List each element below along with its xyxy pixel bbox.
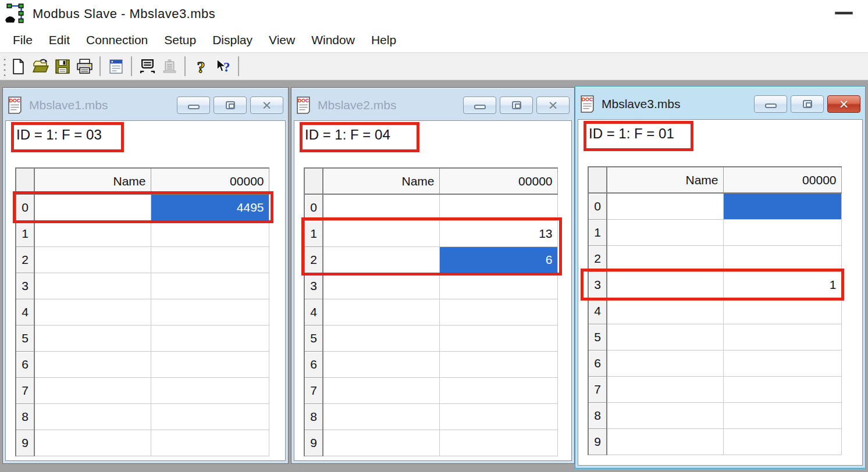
menu-window[interactable]: Window (303, 31, 363, 49)
value-cell[interactable]: 6 (439, 246, 557, 273)
minimize-button[interactable] (177, 96, 210, 114)
name-cell[interactable] (323, 325, 439, 351)
value-cell[interactable] (723, 350, 841, 376)
maximize-button[interactable] (791, 95, 824, 113)
name-cell[interactable] (607, 350, 723, 376)
menu-file[interactable]: File (5, 31, 41, 49)
row-header[interactable]: 0 (304, 194, 323, 220)
name-cell[interactable] (323, 246, 439, 273)
print-button[interactable] (74, 56, 95, 77)
row-header[interactable]: 3 (304, 273, 323, 299)
row-header[interactable]: 3 (588, 271, 607, 298)
row-header[interactable]: 2 (304, 246, 323, 273)
value-cell[interactable] (723, 428, 841, 455)
row-header[interactable]: 4 (16, 299, 34, 325)
value-cell[interactable] (723, 376, 841, 402)
value-cell[interactable]: 13 (439, 220, 557, 246)
value-cell[interactable] (723, 245, 841, 271)
value-cell[interactable] (151, 430, 269, 456)
row-header[interactable]: 9 (588, 428, 607, 455)
context-help-button[interactable]: ? (212, 56, 233, 77)
name-cell[interactable] (607, 428, 723, 455)
value-cell[interactable] (723, 298, 841, 324)
save-file-button[interactable] (52, 56, 73, 77)
row-header[interactable]: 0 (16, 194, 34, 220)
value-cell[interactable] (439, 299, 557, 325)
help-button[interactable]: ? (190, 56, 211, 77)
row-header[interactable]: 8 (16, 403, 34, 430)
value-cell[interactable] (151, 325, 269, 351)
value-cell[interactable] (723, 219, 841, 245)
row-header[interactable]: 2 (588, 245, 607, 271)
row-header[interactable]: 4 (588, 298, 607, 324)
value-cell[interactable] (439, 351, 557, 377)
name-cell[interactable] (323, 403, 439, 430)
name-cell[interactable] (34, 220, 151, 246)
row-header[interactable]: 6 (304, 351, 323, 377)
name-cell[interactable] (607, 193, 723, 219)
row-header[interactable]: 2 (16, 246, 34, 273)
child-titlebar[interactable]: DOC Mbslave3.mbs ✕ (578, 89, 863, 119)
value-cell[interactable] (151, 351, 269, 377)
value-cell[interactable] (723, 324, 841, 350)
name-cell[interactable] (34, 194, 151, 220)
row-header[interactable]: 1 (16, 220, 34, 246)
value-cell[interactable] (439, 325, 557, 351)
row-header[interactable]: 4 (304, 299, 323, 325)
toolbar-gripper[interactable] (1, 56, 7, 77)
name-cell[interactable] (34, 246, 151, 273)
row-header[interactable]: 1 (304, 220, 323, 246)
child-titlebar[interactable]: DOC Mbslave2.mbs ✕ (294, 90, 572, 120)
maximize-button[interactable] (214, 96, 247, 114)
value-cell[interactable] (439, 403, 557, 430)
poll-definition-button[interactable] (137, 56, 158, 77)
row-header[interactable]: 6 (588, 350, 607, 376)
display-setup-button[interactable] (105, 56, 126, 77)
value-cell[interactable] (723, 193, 841, 219)
name-cell[interactable] (607, 376, 723, 402)
menu-help[interactable]: Help (363, 31, 404, 49)
menu-display[interactable]: Display (204, 31, 261, 49)
value-cell[interactable] (151, 273, 269, 299)
child-titlebar[interactable]: DOC Mbslave1.mbs ✕ (5, 90, 286, 120)
row-header[interactable]: 9 (16, 430, 34, 456)
close-button[interactable]: ✕ (536, 96, 570, 114)
name-cell[interactable] (607, 245, 723, 271)
name-cell[interactable] (34, 430, 151, 456)
minimize-button[interactable] (463, 96, 496, 114)
menu-edit[interactable]: Edit (41, 31, 78, 49)
menu-setup[interactable]: Setup (156, 31, 204, 49)
name-cell[interactable] (34, 325, 151, 351)
name-cell[interactable] (323, 351, 439, 377)
name-cell[interactable] (323, 220, 439, 246)
row-header[interactable]: 0 (588, 193, 607, 219)
name-cell[interactable] (34, 351, 151, 377)
row-header[interactable]: 5 (304, 325, 323, 351)
name-cell[interactable] (323, 194, 439, 220)
row-header[interactable]: 7 (304, 377, 323, 403)
row-header[interactable]: 8 (588, 402, 607, 428)
value-cell[interactable] (151, 299, 269, 325)
name-cell[interactable] (607, 219, 723, 245)
app-minimize-button[interactable] (835, 12, 853, 15)
value-cell[interactable] (439, 377, 557, 403)
row-header[interactable]: 1 (588, 219, 607, 245)
value-cell[interactable] (723, 402, 841, 428)
value-cell[interactable] (151, 377, 269, 403)
name-cell[interactable] (34, 377, 151, 403)
row-header[interactable]: 8 (304, 403, 323, 430)
row-header[interactable]: 7 (16, 377, 34, 403)
name-cell[interactable] (34, 273, 151, 299)
name-cell[interactable] (323, 273, 439, 299)
name-cell[interactable] (607, 271, 723, 298)
menu-connection[interactable]: Connection (78, 31, 156, 49)
row-header[interactable]: 5 (16, 325, 34, 351)
value-cell[interactable] (151, 220, 269, 246)
communication-button[interactable] (159, 56, 180, 77)
name-cell[interactable] (607, 298, 723, 324)
name-cell[interactable] (607, 402, 723, 428)
minimize-button[interactable] (754, 95, 787, 113)
value-cell[interactable] (151, 246, 269, 273)
value-cell[interactable] (439, 430, 557, 456)
open-file-button[interactable] (30, 56, 51, 77)
